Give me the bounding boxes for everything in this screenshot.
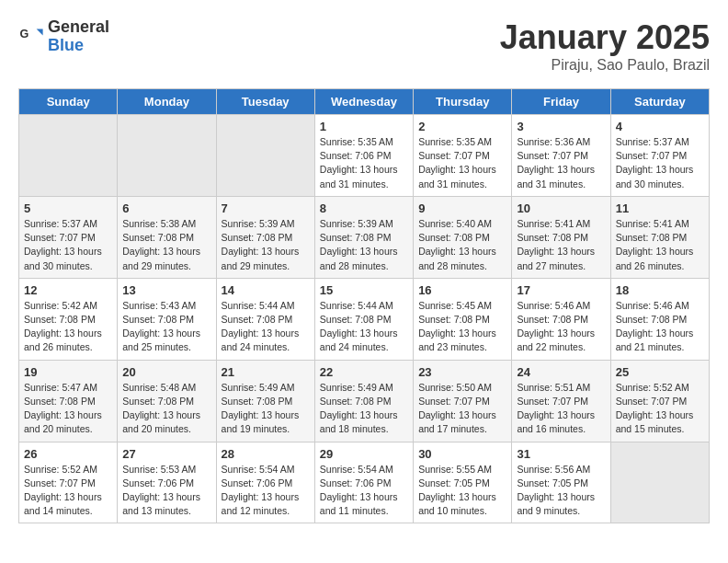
day-number: 22 [320,365,408,379]
day-number: 4 [616,120,704,133]
day-info: Sunrise: 5:48 AMSunset: 7:08 PMDaylight:… [122,381,210,437]
title-block: January 2025 Piraju, Sao Paulo, Brazil [500,18,710,74]
logo: G General Blue [18,18,109,55]
calendar-header: SundayMondayTuesdayWednesdayThursdayFrid… [19,89,710,115]
calendar-cell: 2Sunrise: 5:35 AMSunset: 7:07 PMDaylight… [414,115,512,197]
calendar-cell: 11Sunrise: 5:41 AMSunset: 7:08 PMDayligh… [610,196,709,278]
calendar-cell: 26Sunrise: 5:52 AMSunset: 7:07 PMDayligh… [19,442,118,523]
day-info: Sunrise: 5:41 AMSunset: 7:08 PMDaylight:… [616,217,704,273]
calendar-cell: 20Sunrise: 5:48 AMSunset: 7:08 PMDayligh… [118,360,216,442]
day-number: 18 [616,283,704,297]
calendar-cell: 27Sunrise: 5:53 AMSunset: 7:06 PMDayligh… [118,442,216,523]
calendar-week-row: 19Sunrise: 5:47 AMSunset: 7:08 PMDayligh… [19,360,710,442]
calendar-cell: 17Sunrise: 5:46 AMSunset: 7:08 PMDayligh… [512,278,610,360]
day-info: Sunrise: 5:37 AMSunset: 7:07 PMDaylight:… [24,217,112,273]
day-info: Sunrise: 5:41 AMSunset: 7:08 PMDaylight:… [517,217,605,273]
calendar-cell: 30Sunrise: 5:55 AMSunset: 7:05 PMDayligh… [414,442,512,523]
day-number: 20 [122,365,210,379]
day-info: Sunrise: 5:49 AMSunset: 7:08 PMDaylight:… [320,381,408,437]
calendar-cell: 14Sunrise: 5:44 AMSunset: 7:08 PMDayligh… [216,278,314,360]
calendar-cell: 21Sunrise: 5:49 AMSunset: 7:08 PMDayligh… [216,360,314,442]
svg-marker-1 [37,29,43,35]
calendar-cell: 6Sunrise: 5:38 AMSunset: 7:08 PMDaylight… [118,196,216,278]
day-info: Sunrise: 5:56 AMSunset: 7:05 PMDaylight:… [517,463,605,519]
weekday-header: Tuesday [216,89,314,115]
header-row: SundayMondayTuesdayWednesdayThursdayFrid… [19,89,710,115]
calendar-cell: 22Sunrise: 5:49 AMSunset: 7:08 PMDayligh… [314,360,413,442]
calendar-cell [19,115,118,197]
day-number: 29 [320,447,408,461]
day-info: Sunrise: 5:54 AMSunset: 7:06 PMDaylight:… [222,463,310,519]
day-number: 24 [517,365,605,379]
day-info: Sunrise: 5:52 AMSunset: 7:07 PMDaylight:… [616,381,704,437]
day-number: 17 [517,283,605,297]
day-info: Sunrise: 5:35 AMSunset: 7:06 PMDaylight:… [320,135,408,191]
day-number: 23 [418,365,506,379]
day-info: Sunrise: 5:52 AMSunset: 7:07 PMDaylight:… [24,463,112,519]
day-info: Sunrise: 5:55 AMSunset: 7:05 PMDaylight:… [418,463,506,519]
calendar-week-row: 26Sunrise: 5:52 AMSunset: 7:07 PMDayligh… [19,442,710,523]
calendar-cell: 15Sunrise: 5:44 AMSunset: 7:08 PMDayligh… [314,278,413,360]
day-number: 8 [320,201,408,215]
calendar-cell: 3Sunrise: 5:36 AMSunset: 7:07 PMDaylight… [512,115,610,197]
calendar-subtitle: Piraju, Sao Paulo, Brazil [500,57,710,74]
day-info: Sunrise: 5:43 AMSunset: 7:08 PMDaylight:… [122,299,210,355]
logo-icon: G [18,24,44,50]
calendar-body: 1Sunrise: 5:35 AMSunset: 7:06 PMDaylight… [19,115,710,523]
day-info: Sunrise: 5:37 AMSunset: 7:07 PMDaylight:… [616,135,704,191]
calendar-cell: 12Sunrise: 5:42 AMSunset: 7:08 PMDayligh… [19,278,118,360]
day-info: Sunrise: 5:47 AMSunset: 7:08 PMDaylight:… [24,381,112,437]
weekday-header: Thursday [414,89,512,115]
day-info: Sunrise: 5:38 AMSunset: 7:08 PMDaylight:… [122,217,210,273]
day-number: 6 [122,201,210,215]
weekday-header: Friday [512,89,610,115]
svg-text:G: G [19,28,28,40]
day-info: Sunrise: 5:53 AMSunset: 7:06 PMDaylight:… [122,463,210,519]
day-info: Sunrise: 5:35 AMSunset: 7:07 PMDaylight:… [418,135,506,191]
day-number: 2 [418,120,506,133]
calendar-table: SundayMondayTuesdayWednesdayThursdayFrid… [18,88,710,523]
day-number: 10 [517,201,605,215]
day-number: 1 [320,120,408,133]
day-info: Sunrise: 5:54 AMSunset: 7:06 PMDaylight:… [320,463,408,519]
calendar-title: January 2025 [500,18,710,57]
day-number: 11 [616,201,704,215]
weekday-header: Sunday [19,89,118,115]
calendar-week-row: 5Sunrise: 5:37 AMSunset: 7:07 PMDaylight… [19,196,710,278]
calendar-cell: 19Sunrise: 5:47 AMSunset: 7:08 PMDayligh… [19,360,118,442]
day-number: 13 [122,283,210,297]
calendar-cell: 10Sunrise: 5:41 AMSunset: 7:08 PMDayligh… [512,196,610,278]
day-info: Sunrise: 5:40 AMSunset: 7:08 PMDaylight:… [418,217,506,273]
day-number: 12 [24,283,112,297]
day-number: 3 [517,120,605,133]
day-number: 30 [418,447,506,461]
day-number: 25 [616,365,704,379]
day-info: Sunrise: 5:44 AMSunset: 7:08 PMDaylight:… [320,299,408,355]
weekday-header: Saturday [610,89,709,115]
calendar-week-row: 12Sunrise: 5:42 AMSunset: 7:08 PMDayligh… [19,278,710,360]
day-number: 7 [222,201,310,215]
calendar-cell: 29Sunrise: 5:54 AMSunset: 7:06 PMDayligh… [314,442,413,523]
calendar-cell: 13Sunrise: 5:43 AMSunset: 7:08 PMDayligh… [118,278,216,360]
day-number: 31 [517,447,605,461]
day-info: Sunrise: 5:42 AMSunset: 7:08 PMDaylight:… [24,299,112,355]
logo-line1: General [48,18,109,37]
calendar-cell: 16Sunrise: 5:45 AMSunset: 7:08 PMDayligh… [414,278,512,360]
day-number: 27 [122,447,210,461]
day-info: Sunrise: 5:44 AMSunset: 7:08 PMDaylight:… [222,299,310,355]
day-info: Sunrise: 5:39 AMSunset: 7:08 PMDaylight:… [320,217,408,273]
calendar-cell: 23Sunrise: 5:50 AMSunset: 7:07 PMDayligh… [414,360,512,442]
day-info: Sunrise: 5:46 AMSunset: 7:08 PMDaylight:… [517,299,605,355]
calendar-cell: 5Sunrise: 5:37 AMSunset: 7:07 PMDaylight… [19,196,118,278]
day-info: Sunrise: 5:49 AMSunset: 7:08 PMDaylight:… [222,381,310,437]
day-number: 19 [24,365,112,379]
day-info: Sunrise: 5:46 AMSunset: 7:08 PMDaylight:… [616,299,704,355]
calendar-cell: 1Sunrise: 5:35 AMSunset: 7:06 PMDaylight… [314,115,413,197]
calendar-cell: 7Sunrise: 5:39 AMSunset: 7:08 PMDaylight… [216,196,314,278]
day-number: 14 [222,283,310,297]
day-info: Sunrise: 5:45 AMSunset: 7:08 PMDaylight:… [418,299,506,355]
calendar-week-row: 1Sunrise: 5:35 AMSunset: 7:06 PMDaylight… [19,115,710,197]
day-number: 5 [24,201,112,215]
day-number: 28 [222,447,310,461]
calendar-cell: 8Sunrise: 5:39 AMSunset: 7:08 PMDaylight… [314,196,413,278]
